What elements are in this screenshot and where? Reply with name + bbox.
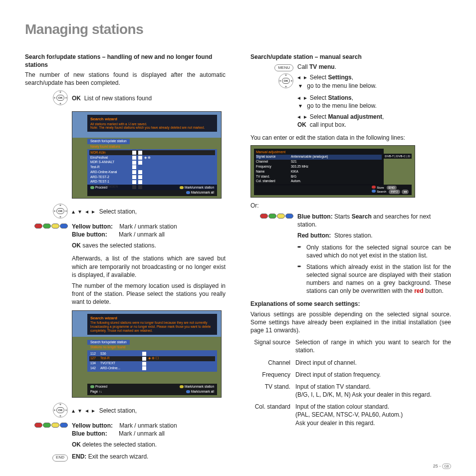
ok-navigator-icon: OK: [278, 73, 293, 88]
shot1-subtab: Newly found stations: [87, 144, 217, 150]
arrows-icon: ▴ ▾ ◂ ▸: [72, 407, 96, 414]
color-button-row-2: Yellow button: Mark / unmark station Blu…: [25, 422, 226, 438]
list-item: ARD-TEST-1: [89, 180, 215, 185]
bullet-arrow-icon: ➨: [297, 263, 303, 295]
yellow-label: Yellow button:: [72, 223, 113, 230]
section-head-1: Search for/update stations – handling of…: [25, 53, 226, 69]
shot2-title: Search wizard: [90, 316, 214, 321]
manual-adj-row: ◂ ▸ Select Manual adjustment, OK call in…: [297, 113, 451, 129]
shot2-warn: The following stored stations were no lo…: [90, 321, 214, 332]
ok-saves-row: OK saves the selected stations.: [72, 241, 226, 249]
lr-arrows-icon: ◂ ▸: [297, 94, 308, 101]
color-button-row: Yellow button: Mark / unmark station Blu…: [25, 223, 226, 238]
color-buttons-icon: [34, 423, 68, 428]
page-title: Managing stations: [25, 20, 451, 39]
shot3-row: NameKIKA: [256, 169, 382, 174]
select-station-row: OK ▴ ▾ ◂ ▸ Select station,: [25, 204, 226, 221]
shot2-subtab: Stations no longer found: [87, 345, 217, 350]
list-item: 134TVOTEXT: [89, 361, 215, 366]
bullet-1: ➨ Only stations for the selected signal …: [297, 243, 451, 259]
down-arrow-icon: ▾: [299, 82, 302, 89]
list-item: WDR-Köln: [89, 150, 215, 155]
end-button-icon: END: [52, 455, 68, 462]
shot3-row: TV stand.B/G: [256, 174, 382, 179]
color-buttons-icon: [34, 224, 68, 229]
list-item: 112S36: [89, 351, 215, 356]
color-buttons-icon: [259, 214, 293, 219]
exp-row: TV stand.Input of station TV standard. (…: [250, 383, 451, 399]
explanations-table: Signal sourceSelection of range in which…: [250, 338, 451, 427]
list-item: 142ARD-Online...: [89, 366, 215, 371]
shot1-title: Search wizard: [90, 117, 214, 122]
screenshot-no-longer-found: Search wizard The following stored stati…: [72, 310, 222, 398]
blue-desc-2: Mark / unmark all: [119, 430, 165, 437]
exp-row: FrequencyDirect input of station frequen…: [250, 371, 451, 379]
shot1-warn2: Note: The newly found stations which you…: [90, 126, 214, 130]
shot3-row: Frequency303.25 MHz: [256, 164, 382, 169]
shot3-row: Signal sourceAntenna/cable (analogue): [256, 155, 382, 160]
select-station-text: Select station,: [99, 208, 137, 215]
lr-arrows-icon: ◂ ▸: [297, 74, 308, 81]
blue-label-2: Blue button:: [72, 430, 107, 437]
screenshot-new-stations: Search wizard All stations marked with a…: [72, 111, 222, 199]
or-text: Or:: [250, 202, 451, 210]
color-button-row-3: Blue button: Starts Search and searches …: [250, 213, 451, 240]
exp-row: Signal sourceSelection of range in which…: [250, 338, 451, 354]
arrows-icon: ▴ ▾ ◂ ▸: [72, 208, 96, 215]
list-item: MDR S-ANHALT: [89, 160, 215, 165]
shot3-row: Col. standardAutom.: [256, 179, 382, 184]
ok-navigator-icon: OK: [53, 204, 68, 219]
menu-button-icon: MENU: [274, 64, 293, 71]
list-item: ARD-Online-Kanal: [89, 170, 215, 175]
columns: Search for/update stations – handling of…: [25, 53, 451, 464]
list-item: EinsFestival◈ ⊕: [89, 155, 215, 160]
stations-row: ◂ ▸ Select Stations, ▾ go to the menu li…: [297, 94, 451, 110]
bullet-arrow-icon: ➨: [297, 243, 303, 259]
select-station-text-2: Select station,: [99, 407, 137, 414]
blue-label: Blue button:: [72, 231, 107, 238]
ok-bold: OK: [72, 95, 81, 102]
shot3-title: Manual adjustment: [256, 150, 382, 154]
end-row: END END: Exit the search wizard.: [25, 453, 226, 461]
select-station-row-2: OK ▴ ▾ ◂ ▸ Select station,: [25, 403, 226, 420]
right-column: Search/update station – manual search ME…: [250, 53, 451, 464]
bullet-2: ➨ Stations which already exist in the st…: [297, 263, 451, 295]
shot1-warn1: All stations marked with a ☑ are saved.: [90, 122, 214, 126]
explanations-head: Explanations of some search settings:: [250, 300, 451, 308]
section1-p1: The number of new stations found is disp…: [25, 71, 226, 87]
shot2-tab: Search for/update station: [87, 340, 130, 345]
yellow-desc-2: Mark / unmark station: [119, 422, 177, 429]
section-head-2: Search/update station – manual search: [250, 53, 451, 61]
menu-row: MENU Call TV menu.: [250, 63, 451, 71]
ok-del-row: OK deletes the selected station.: [72, 441, 226, 449]
settings-row: OK ◂ ▸ Select Settings, ▾ go to the menu…: [250, 73, 451, 90]
intro-text: You can enter or edit the station data i…: [250, 134, 451, 142]
after-p2: The number of the memory location used i…: [72, 282, 226, 306]
screenshot-manual-adjust: Manual adjustment Signal sourceAntenna/c…: [250, 145, 415, 198]
blue-desc: Mark / unmark all: [119, 231, 165, 238]
list-item: 127Test-R◈ ⊕ ☐: [89, 356, 215, 361]
shot3-tabs: DVB-T | DVB-C | D: [383, 154, 412, 159]
ok-navigator-icon: OK: [53, 90, 68, 105]
left-column: Search for/update stations – handling of…: [25, 53, 226, 464]
list-item: ARD-TEST-2: [89, 175, 215, 180]
after-p1: Afterwards, a list of the stations which…: [72, 254, 226, 279]
ok-navigator-icon: OK: [53, 403, 68, 418]
exp-row: Col. standardInput of the station colour…: [250, 403, 451, 427]
page-number: 25 - GB: [433, 463, 451, 469]
list-item: Test-R: [89, 165, 215, 170]
explanations-intro: Various settings are possible depending …: [250, 310, 451, 335]
shot3-row: ChannelS21: [256, 160, 382, 165]
yellow-desc: Mark / unmark station: [119, 223, 177, 230]
shot1-tab: Search for/update station: [87, 139, 130, 144]
ok-row-1: OK OK List of new stations found: [25, 90, 226, 107]
yellow-label-2: Yellow button:: [72, 422, 113, 429]
ok-list-text: List of new stations found: [84, 95, 152, 102]
lr-arrows-icon: ◂ ▸: [297, 113, 308, 120]
exp-row: ChannelDirect input of channel.: [250, 359, 451, 367]
down-arrow-icon: ▾: [299, 102, 302, 109]
